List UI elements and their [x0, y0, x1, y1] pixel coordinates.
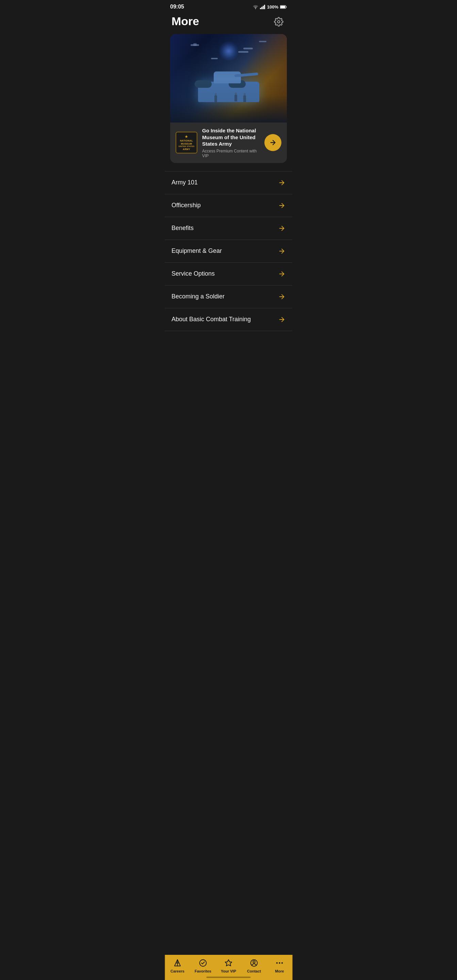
bottom-nav: Careers Favorites Your VIP Contact: [165, 955, 292, 980]
person-circle-icon: [249, 958, 259, 968]
nav-item-careers[interactable]: Careers: [165, 958, 190, 973]
menu-item-label: Equipment & Gear: [172, 247, 222, 255]
menu-arrow-army-101: [278, 179, 285, 186]
museum-card-text: Go Inside the National Museum of the Uni…: [202, 127, 260, 158]
nav-label-your-vip: Your VIP: [221, 969, 236, 973]
museum-card-title: Go Inside the National Museum of the Uni…: [202, 127, 260, 147]
wifi-icon: [253, 5, 258, 9]
menu-arrow-service-options: [278, 270, 285, 278]
menu-item-benefits[interactable]: Benefits: [165, 217, 292, 240]
museum-card-subtitle: Access Premium Content with VIP: [202, 149, 260, 158]
menu-item-label: Benefits: [172, 224, 194, 232]
svg-rect-3: [264, 5, 265, 9]
checkmark-circle-icon: [198, 958, 208, 968]
nav-item-favorites[interactable]: Favorites: [190, 958, 216, 973]
menu-item-equipment-gear[interactable]: Equipment & Gear: [165, 240, 292, 263]
page-title: More: [172, 15, 199, 27]
status-time: 09:05: [170, 4, 184, 10]
battery-icon: [280, 5, 287, 9]
tent-icon: [173, 958, 182, 968]
menu-arrow-equipment-gear: [278, 247, 285, 255]
status-icons: 100%: [253, 5, 287, 10]
svg-rect-5: [280, 6, 285, 8]
menu-arrow-basic-combat: [278, 316, 285, 323]
star-badge-icon: [224, 958, 233, 968]
nav-label-careers: Careers: [170, 969, 185, 973]
museum-card-info: ★ NATIONAL MUSEUM UNITED STATES ARMY Go …: [170, 123, 287, 163]
arrow-right-icon: [269, 139, 277, 146]
svg-rect-1: [261, 7, 262, 9]
menu-item-army-101[interactable]: Army 101: [165, 172, 292, 194]
nav-label-favorites: Favorites: [195, 969, 211, 973]
header: More: [165, 12, 292, 34]
nav-item-your-vip[interactable]: Your VIP: [216, 958, 241, 973]
dots-icon: [275, 959, 284, 967]
gear-icon: [274, 17, 283, 27]
svg-point-19: [279, 962, 280, 964]
museum-vip-button[interactable]: [264, 134, 282, 151]
settings-button[interactable]: [272, 15, 285, 29]
nav-item-contact[interactable]: Contact: [241, 958, 267, 973]
svg-point-20: [282, 962, 283, 964]
menu-arrow-becoming-soldier: [278, 293, 285, 301]
svg-rect-0: [260, 8, 261, 9]
menu-item-label: About Basic Combat Training: [172, 316, 251, 323]
menu-arrow-officership: [278, 202, 285, 209]
museum-overlay: [170, 34, 287, 123]
nav-label-more: More: [275, 969, 284, 973]
status-bar: 09:05 100%: [165, 0, 292, 12]
svg-rect-2: [263, 6, 264, 9]
menu-item-basic-combat[interactable]: About Basic Combat Training: [165, 308, 292, 331]
menu-arrow-benefits: [278, 224, 285, 232]
menu-item-service-options[interactable]: Service Options: [165, 263, 292, 285]
dots-icon: [275, 958, 285, 968]
menu-item-officership[interactable]: Officership: [165, 194, 292, 217]
museum-logo: ★ NATIONAL MUSEUM UNITED STATES ARMY: [175, 132, 197, 153]
menu-item-becoming-soldier[interactable]: Becoming a Soldier: [165, 285, 292, 308]
menu-list: Army 101 Officership Benefits: [165, 171, 292, 331]
menu-item-label: Officership: [172, 202, 201, 209]
battery-text: 100%: [267, 5, 279, 10]
menu-item-label: Army 101: [172, 179, 198, 186]
menu-item-label: Service Options: [172, 270, 215, 277]
nav-label-contact: Contact: [247, 969, 261, 973]
svg-point-18: [276, 962, 278, 964]
scroll-indicator: [207, 977, 251, 978]
menu-item-label: Becoming a Soldier: [172, 293, 225, 300]
signal-icon: [260, 5, 266, 9]
svg-point-6: [278, 21, 280, 23]
museum-image: [170, 34, 287, 123]
svg-point-17: [253, 961, 255, 963]
museum-card: ★ NATIONAL MUSEUM UNITED STATES ARMY Go …: [170, 34, 287, 163]
nav-item-more[interactable]: More: [267, 958, 292, 973]
